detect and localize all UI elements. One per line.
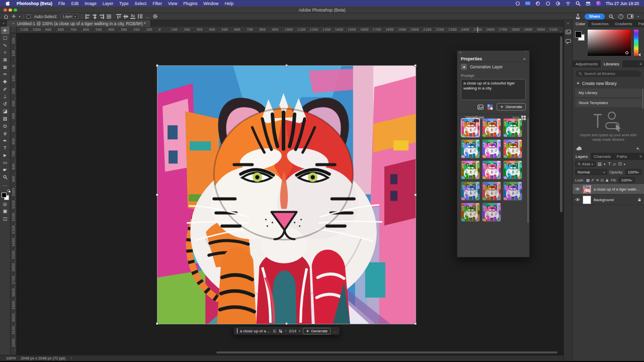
hand-tool[interactable]: ☛	[1, 166, 10, 173]
prompt-input[interactable]: a close up of a colourful tiger walking …	[461, 79, 526, 100]
variation-thumbnail-1[interactable]: ⋯	[461, 118, 480, 137]
lasso-tool[interactable]: ∿	[1, 41, 10, 49]
type-tool[interactable]: T	[1, 144, 10, 152]
foreground-color-swatch[interactable]	[2, 193, 7, 198]
layer-visibility-eye-icon[interactable]	[575, 197, 580, 202]
hue-slider-marker[interactable]	[638, 53, 640, 56]
dodge-tool[interactable]: φ	[1, 129, 10, 137]
tab-overflow-icon[interactable]: »	[0, 20, 7, 27]
zoom-level[interactable]: 100%	[6, 356, 16, 360]
panel-close-icon[interactable]: ×	[459, 51, 461, 54]
menu-image[interactable]: Image	[85, 1, 97, 6]
lock-pixels-icon[interactable]: ✐	[591, 178, 594, 183]
layer-name[interactable]: a close up of a tiger walking in a city	[594, 187, 641, 192]
menu-edit[interactable]: Edit	[71, 1, 79, 6]
variation-thumbnail-9[interactable]	[503, 160, 522, 179]
crop-tool[interactable]: ⊞	[1, 56, 10, 63]
siri-icon[interactable]	[596, 1, 601, 6]
eraser-tool[interactable]: ◪	[1, 108, 10, 115]
move-tool[interactable]: ✛	[1, 27, 10, 34]
edit-toolbar-button[interactable]: …	[1, 180, 10, 188]
variation-options-badge[interactable]: ⋯	[474, 119, 479, 122]
align-center-h-icon[interactable]	[92, 14, 98, 19]
workspace-switcher-icon[interactable]	[627, 14, 633, 19]
library-item-stock-templates[interactable]: Stock Templates	[575, 99, 641, 107]
menu-help[interactable]: Help	[224, 1, 233, 6]
lock-artboard-icon[interactable]: ⊡	[601, 178, 604, 183]
generate-button[interactable]: Generate	[497, 103, 526, 111]
tab-gradients[interactable]: Gradients	[612, 20, 635, 27]
search-icon[interactable]	[609, 14, 614, 19]
libraries-scrollbar[interactable]	[642, 88, 643, 109]
align-middle-icon[interactable]	[123, 14, 129, 19]
variation-thumbnail-4[interactable]	[461, 139, 480, 158]
spotlight-search-icon[interactable]	[576, 1, 581, 6]
share-button[interactable]: Share	[585, 14, 605, 20]
fill-dropdown[interactable]: 100%▾	[619, 177, 635, 183]
selection-handle[interactable]	[156, 194, 158, 196]
canvas-viewport[interactable]: ×’’ Properties≡ Generative Layer Prompt:…	[17, 33, 564, 355]
opacity-dropdown[interactable]: 100%▾	[625, 169, 641, 175]
history-panel-icon[interactable]	[566, 29, 571, 35]
selection-handle[interactable]	[414, 64, 417, 67]
layer-name[interactable]: Background	[594, 198, 614, 202]
lock-transparency-icon[interactable]: ▦	[586, 178, 590, 183]
selection-handle[interactable]	[285, 64, 288, 67]
panel-collapse-icon[interactable]: ’’	[525, 50, 527, 54]
library-search-input[interactable]: Search all libraries	[576, 70, 641, 77]
tab-channels[interactable]: Channels	[591, 153, 614, 160]
screen-record-icon[interactable]	[515, 1, 521, 6]
zoom-tool[interactable]	[1, 173, 10, 181]
filter-pixel-layers-icon[interactable]: ▤	[598, 161, 602, 166]
close-tab-icon[interactable]: ×	[12, 21, 15, 26]
menu-type[interactable]: Type	[119, 1, 128, 6]
variation-thumbnail-11[interactable]	[482, 182, 501, 201]
comments-panel-icon[interactable]	[566, 39, 571, 44]
eyedropper-tool[interactable]: ✑	[1, 71, 10, 78]
variation-thumbnail-6[interactable]	[503, 139, 522, 158]
variation-thumbnail-13[interactable]	[461, 203, 480, 222]
menu-view[interactable]: View	[168, 1, 177, 6]
variation-thumbnail-12[interactable]	[503, 182, 522, 201]
menu-plugins[interactable]: Plugins	[183, 1, 197, 6]
foreground-color-swatch[interactable]	[575, 31, 582, 38]
taskbar-more-icon[interactable]: ...	[333, 329, 337, 333]
ruler-corner[interactable]	[11, 27, 17, 33]
selection-handle[interactable]	[414, 194, 417, 196]
auto-select-checkbox[interactable]	[27, 15, 31, 19]
horizontal-scrollbar[interactable]	[216, 351, 557, 353]
cloud-sync-icon[interactable]	[576, 146, 582, 151]
next-variation-icon[interactable]: ›	[299, 328, 300, 333]
selection-handle[interactable]	[156, 64, 158, 67]
filter-toggle-icon[interactable]: ●	[624, 162, 625, 165]
color-variations-icon[interactable]	[279, 328, 282, 334]
home-icon[interactable]	[3, 14, 9, 19]
menu-filter[interactable]: Filter	[152, 1, 162, 6]
distribute-h-icon[interactable]	[106, 14, 112, 19]
workspace-settings-icon[interactable]	[152, 14, 158, 19]
reference-image-icon[interactable]	[477, 104, 484, 110]
tab-swatches[interactable]: Swatches	[588, 20, 612, 27]
rectangle-tool[interactable]: ▭	[1, 159, 10, 166]
menu-select[interactable]: Select	[135, 1, 147, 6]
lock-all-icon[interactable]	[605, 178, 609, 183]
selection-handle[interactable]	[414, 322, 417, 325]
filter-type-layers-icon[interactable]: T	[608, 161, 611, 166]
variation-thumbnail-10[interactable]	[461, 182, 480, 201]
color-field[interactable]	[588, 30, 631, 56]
create-new-library-button[interactable]: +Create new library	[577, 80, 617, 86]
align-top-icon[interactable]	[116, 14, 122, 19]
horizontal-ruler[interactable]: 1100100090080070060050040030020010001002…	[17, 27, 564, 33]
quick-mask-mode-button[interactable]: ◎	[1, 200, 10, 208]
canvas-artwork[interactable]	[157, 66, 416, 324]
expand-panels-icon[interactable]: »	[567, 22, 569, 25]
taskbar-generate-button[interactable]: Generate	[303, 328, 331, 334]
spot-healing-brush-tool[interactable]: ✚	[1, 78, 10, 85]
tab-libraries[interactable]: Libraries	[601, 60, 622, 67]
menu-window[interactable]: Window	[203, 1, 218, 6]
path-selection-tool[interactable]: ►	[1, 151, 10, 159]
selection-handle[interactable]	[285, 322, 288, 325]
more-options-icon[interactable]: ...	[146, 14, 149, 19]
brush-tool[interactable]: ✐	[1, 85, 10, 93]
clone-stamp-tool[interactable]: ⊥	[1, 93, 10, 100]
